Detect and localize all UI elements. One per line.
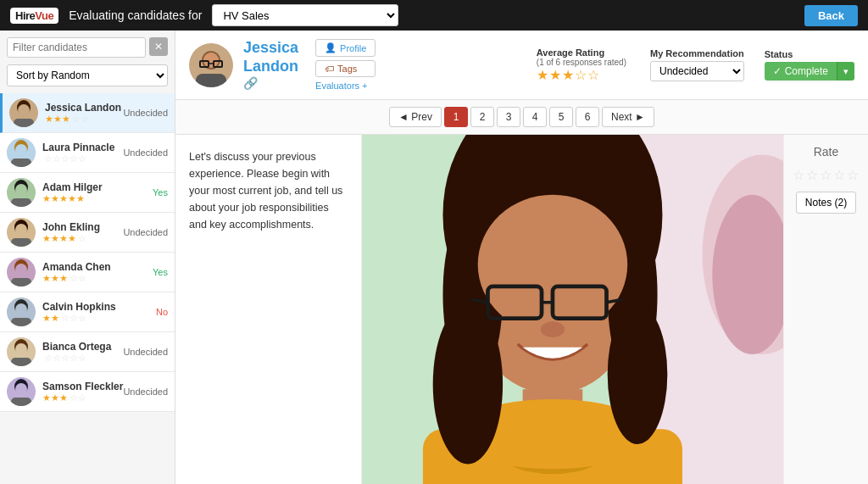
candidate-avatar bbox=[7, 138, 36, 167]
content-area: Jessica Landon 🔗 👤 Profile 🏷 Tags Evalua… bbox=[175, 31, 868, 484]
candidate-list-item[interactable]: Amanda Chen ★★★ ☆☆ Yes bbox=[0, 253, 175, 292]
status-complete-button[interactable]: ✓ Complete bbox=[765, 62, 837, 81]
status-block: Status ✓ Complete ▾ bbox=[765, 49, 854, 81]
rate-label: Rate bbox=[814, 145, 839, 159]
candidate-list-item[interactable]: Samson Fleckler ★★★ ☆☆ Undecided bbox=[0, 372, 175, 412]
candidate-name-label: Adam Hilger bbox=[42, 181, 125, 193]
recommendation-label: My Recommendation bbox=[650, 48, 744, 58]
page-4-button[interactable]: 4 bbox=[523, 107, 547, 127]
svg-point-26 bbox=[15, 343, 27, 355]
rate-panel: Rate ☆☆☆☆☆ Notes (2) bbox=[783, 135, 868, 484]
candidate-list-item[interactable]: Bianca Ortega ☆☆☆☆☆ Undecided bbox=[0, 332, 175, 372]
svg-rect-7 bbox=[11, 159, 31, 167]
question-panel: Let's discuss your previous experience. … bbox=[175, 135, 362, 484]
notes-button[interactable]: Notes (2) bbox=[796, 192, 856, 214]
candidate-stars: ★★★★ bbox=[42, 233, 76, 244]
svg-rect-3 bbox=[14, 119, 34, 127]
candidate-empty-stars: ☆☆ bbox=[70, 392, 86, 403]
tags-button[interactable]: 🏷 Tags bbox=[315, 60, 376, 77]
svg-rect-34 bbox=[196, 74, 226, 87]
svg-rect-23 bbox=[11, 318, 31, 326]
recommendation-select[interactable]: Undecided Yes No bbox=[650, 61, 744, 81]
candidate-info: Adam Hilger ★★★★★ bbox=[42, 181, 125, 204]
page-6-button[interactable]: 6 bbox=[576, 107, 599, 127]
candidate-list-item[interactable]: Adam Hilger ★★★★★ Yes bbox=[0, 173, 175, 213]
candidate-empty-stars: ☆☆☆☆☆ bbox=[44, 153, 86, 164]
linkedin-icon[interactable]: 🔗 bbox=[243, 76, 298, 90]
filter-input[interactable] bbox=[7, 37, 146, 58]
candidate-last-name: Landon bbox=[243, 58, 298, 75]
tag-icon: 🏷 bbox=[325, 64, 334, 74]
svg-rect-11 bbox=[11, 198, 31, 207]
recommendation-block: My Recommendation Undecided Yes No bbox=[650, 48, 744, 81]
candidate-status: Undecided bbox=[123, 227, 168, 237]
candidate-list-item[interactable]: Calvin Hopkins ★★ ☆☆☆ No bbox=[0, 292, 175, 332]
checkmark-icon: ✓ bbox=[773, 65, 782, 77]
sidebar: ✕ Sort by RandomSort by NameSort by Rati… bbox=[0, 31, 175, 484]
status-dropdown-button[interactable]: ▾ bbox=[837, 62, 854, 81]
candidate-header: Jessica Landon 🔗 👤 Profile 🏷 Tags Evalua… bbox=[175, 31, 868, 100]
candidate-status: Undecided bbox=[123, 347, 168, 357]
candidate-list-item[interactable]: Jessica Landon ★★★ ☆☆ Undecided bbox=[0, 93, 175, 133]
candidate-list: Jessica Landon ★★★ ☆☆ Undecided Laura Pi… bbox=[0, 93, 175, 484]
svg-point-14 bbox=[15, 224, 27, 236]
candidate-list-item[interactable]: John Ekling ★★★★ ☆ Undecided bbox=[0, 213, 175, 253]
page-3-button[interactable]: 3 bbox=[497, 107, 520, 127]
sort-select[interactable]: Sort by RandomSort by NameSort by Rating bbox=[7, 64, 168, 86]
filter-clear-button[interactable]: ✕ bbox=[149, 37, 168, 56]
candidate-avatar bbox=[7, 178, 36, 207]
next-button[interactable]: Next ► bbox=[602, 107, 654, 127]
svg-rect-15 bbox=[11, 238, 31, 247]
back-button[interactable]: Back bbox=[804, 5, 858, 26]
candidate-rating-row: ★★★★ ☆ bbox=[42, 233, 123, 244]
candidate-status: No bbox=[125, 307, 168, 317]
status-button-group: ✓ Complete ▾ bbox=[765, 62, 854, 81]
sort-bar: Sort by RandomSort by NameSort by Rating bbox=[0, 64, 175, 93]
svg-rect-19 bbox=[11, 278, 31, 287]
candidate-list-item[interactable]: Laura Pinnacle ☆☆☆☆☆ Undecided bbox=[0, 133, 175, 173]
main-layout: ✕ Sort by RandomSort by NameSort by Rati… bbox=[0, 31, 868, 484]
page-2-button[interactable]: 2 bbox=[470, 107, 494, 127]
svg-rect-31 bbox=[11, 398, 31, 406]
candidate-stars: ★★★ bbox=[42, 392, 68, 403]
topbar: HireVue Evaluating candidates for HV Sal… bbox=[0, 0, 868, 31]
candidate-first-name: Jessica bbox=[243, 40, 298, 57]
avg-rating-label: Average Rating bbox=[537, 47, 604, 58]
candidate-stars: ★★★★★ bbox=[42, 193, 85, 204]
candidate-rating-row: ☆☆☆☆☆ bbox=[42, 353, 123, 364]
job-select[interactable]: HV SalesHV EngineeringHV Marketing bbox=[212, 4, 398, 26]
page-1-button[interactable]: 1 bbox=[444, 107, 468, 127]
svg-rect-27 bbox=[11, 358, 31, 366]
candidate-avatar-large bbox=[189, 43, 233, 87]
page-5-button[interactable]: 5 bbox=[549, 107, 573, 127]
candidate-status: Undecided bbox=[123, 108, 168, 118]
candidate-avatar bbox=[7, 258, 36, 287]
person-icon: 👤 bbox=[325, 42, 337, 53]
candidate-rating-row: ★★★ ☆☆ bbox=[45, 114, 123, 125]
candidate-status: Yes bbox=[125, 267, 168, 277]
video-frame[interactable] bbox=[362, 135, 783, 484]
candidate-status: Undecided bbox=[123, 147, 168, 158]
rate-stars[interactable]: ☆☆☆☆☆ bbox=[793, 167, 860, 183]
svg-point-6 bbox=[15, 144, 27, 156]
prev-button[interactable]: ◄ Prev bbox=[389, 107, 442, 127]
candidate-name-label: Bianca Ortega bbox=[42, 341, 123, 353]
candidate-rating-row: ★★★★★ bbox=[42, 193, 125, 204]
svg-point-30 bbox=[15, 383, 27, 395]
candidate-info: Samson Fleckler ★★★ ☆☆ bbox=[42, 381, 123, 403]
avg-rating-sublabel: (1 of 6 responses rated) bbox=[537, 58, 626, 67]
logo: HireVue bbox=[10, 8, 58, 24]
video-area: Let's discuss your previous experience. … bbox=[175, 135, 868, 484]
candidate-empty-stars: ☆ bbox=[78, 233, 86, 244]
evaluators-link[interactable]: Evaluators + bbox=[315, 81, 376, 91]
candidate-empty-stars: ☆☆☆☆☆ bbox=[44, 353, 86, 364]
svg-point-22 bbox=[15, 303, 27, 315]
candidate-status: Undecided bbox=[123, 387, 168, 397]
header-buttons: 👤 Profile 🏷 Tags Evaluators + bbox=[315, 39, 376, 91]
profile-button[interactable]: 👤 Profile bbox=[315, 39, 376, 57]
candidate-name-label: Calvin Hopkins bbox=[42, 301, 125, 313]
candidate-name-label: John Ekling bbox=[42, 221, 123, 233]
candidate-stars: ★★★ bbox=[42, 273, 68, 284]
candidate-empty-stars: ☆☆ bbox=[72, 114, 89, 125]
candidate-info: Bianca Ortega ☆☆☆☆☆ bbox=[42, 341, 123, 364]
